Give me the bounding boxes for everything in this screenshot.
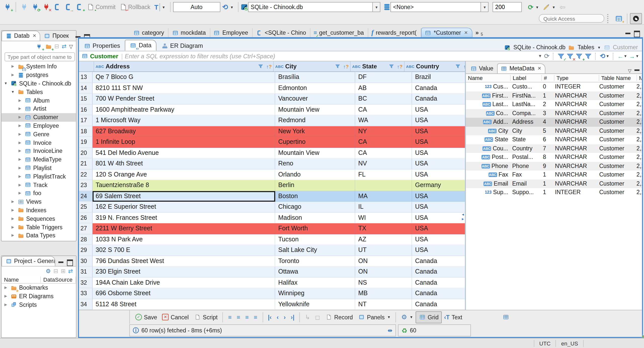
- record-mode-button[interactable]: Record: [323, 312, 355, 323]
- metadata-row[interactable]: ABCFaxFax1NVARCHARCustomer2,147,483: [466, 170, 642, 179]
- grid-cell[interactable]: USA: [412, 202, 465, 212]
- grid-cell[interactable]: FL: [355, 169, 412, 180]
- schema-combo[interactable]: <None>: [391, 2, 481, 12]
- grid-cell[interactable]: USA: [412, 169, 465, 180]
- grid-cell[interactable]: Edmonton: [275, 83, 355, 94]
- grid-cell[interactable]: WA: [355, 115, 412, 126]
- grid-cell[interactable]: Canada: [412, 83, 465, 94]
- reconnect-button[interactable]: ⟳: [30, 2, 41, 13]
- row-number-cell[interactable]: 32: [79, 277, 93, 288]
- meta-cell[interactable]: 2: [541, 100, 553, 109]
- meta-name-cell[interactable]: 123Cus...: [466, 82, 510, 91]
- chevron-down-icon[interactable]: ▼: [597, 46, 601, 49]
- breadcrumb-database[interactable]: SQLite - Chinook.db: [513, 44, 566, 50]
- row-number-cell[interactable]: 22: [79, 169, 93, 180]
- select-region-button[interactable]: ◻: [313, 312, 323, 323]
- filter-funnel-icon[interactable]: [388, 63, 395, 70]
- edit-cell-button[interactable]: ≡✎: [226, 312, 234, 323]
- metadata-row[interactable]: ABCCityCity5NVARCHARCustomer2,147,483: [466, 126, 642, 135]
- meta-cell[interactable]: Address: [510, 118, 541, 126]
- script-button[interactable]: Script: [191, 312, 220, 323]
- grid-cell[interactable]: Chicago: [275, 202, 355, 212]
- meta-cell[interactable]: City: [510, 126, 541, 135]
- database-combo-arrow[interactable]: ▼: [373, 2, 381, 12]
- remove-filter-button[interactable]: ✕: [567, 53, 574, 60]
- meta-name-cell[interactable]: ABCCou...: [466, 144, 510, 153]
- grid-cell[interactable]: Salt Lake City: [275, 245, 355, 256]
- sql-filter-input[interactable]: [124, 52, 537, 60]
- new-connection-button[interactable]: +: [2, 2, 13, 13]
- new-connection-icon[interactable]: +: [35, 43, 42, 50]
- meta-cell[interactable]: Customer: [597, 179, 634, 188]
- collapse-arrow-icon[interactable]: ▼: [11, 90, 15, 94]
- grid-cell[interactable]: DF: [355, 72, 412, 83]
- meta-name-cell[interactable]: ABCLast...: [466, 100, 510, 109]
- grid-cell[interactable]: UT: [355, 245, 412, 256]
- column-header-name[interactable]: Name: [2, 276, 41, 282]
- fit-width-icon[interactable]: ⇹: [388, 327, 392, 334]
- row-number-cell[interactable]: 13: [79, 72, 93, 83]
- table-row[interactable]: 191 Infinite LoopCupertinoCAUSA95: [79, 137, 465, 148]
- meta-cell[interactable]: 2,147,483: [634, 82, 642, 91]
- table-row[interactable]: 345112 48 StreetYellowknifeNTCanadaX1: [79, 299, 465, 310]
- grid-cell[interactable]: Canada: [412, 267, 465, 277]
- breadcrumb-table[interactable]: Customer: [613, 44, 638, 50]
- expand-arrow-icon[interactable]: ▶: [18, 183, 22, 187]
- expand-arrow-icon[interactable]: ▶: [18, 149, 22, 153]
- subtab-properties[interactable]: Properties: [79, 41, 125, 51]
- refresh-icon[interactable]: ⟳: [544, 52, 550, 60]
- meta-cell[interactable]: Customer: [597, 109, 634, 118]
- expand-arrow-icon[interactable]: ▶: [18, 107, 22, 111]
- grid-cell[interactable]: CA: [355, 148, 412, 158]
- meta-cell[interactable]: Customer: [597, 170, 634, 179]
- table-row[interactable]: 20541 Del Medio AvenueMountain ViewCAUSA…: [79, 148, 465, 158]
- grid-cell[interactable]: 796 Dundas Street West: [93, 256, 275, 267]
- grid-cell[interactable]: USA: [412, 158, 465, 169]
- panel-tab-value[interactable]: Value: [467, 64, 497, 73]
- meta-column-header-table-name[interactable]: Table Name: [599, 75, 637, 81]
- table-row[interactable]: 30796 Dundas Street WestTorontoONCanadaM…: [79, 256, 465, 267]
- grid-cell[interactable]: Tucson: [275, 234, 355, 245]
- grid-cell[interactable]: USA: [412, 104, 465, 115]
- table-row[interactable]: 15700 W Pender StreetVancouverBCCanadaV6: [79, 94, 465, 104]
- meta-cell[interactable]: Customer: [597, 188, 634, 197]
- meta-name-cell[interactable]: ABCAdd...: [466, 118, 510, 126]
- commit-button[interactable]: ▪ Commit: [85, 2, 117, 13]
- grid-cell[interactable]: Vancouver: [275, 94, 355, 104]
- tree-item-artist[interactable]: ▶Artist: [2, 105, 76, 113]
- expand-arrow-icon[interactable]: ▶: [18, 115, 22, 119]
- column-header-datasource[interactable]: DataSource: [41, 276, 76, 282]
- project-item-bookmarks[interactable]: ▶★Bookmarks: [2, 284, 76, 292]
- row-number-cell[interactable]: 28: [79, 234, 93, 245]
- row-number-cell[interactable]: 26: [79, 212, 93, 223]
- navigator-filter-input[interactable]: [5, 52, 75, 61]
- metadata-row[interactable]: 123Cus...Custo...0INTEGERCustomer2,147,4…: [466, 82, 642, 91]
- grid-cell[interactable]: Toronto: [275, 256, 355, 267]
- refresh-count-box[interactable]: ♻ 60: [398, 324, 471, 336]
- grid-cell[interactable]: Canada: [412, 299, 465, 310]
- expand-arrow-icon[interactable]: ▶: [11, 65, 15, 69]
- meta-cell[interactable]: 2,147,483: [634, 153, 642, 162]
- meta-cell[interactable]: Compa...: [510, 109, 541, 118]
- auto-commit-combo[interactable]: Auto: [173, 2, 220, 12]
- grid-cell[interactable]: WI: [355, 212, 412, 223]
- row-number-cell[interactable]: 15: [79, 94, 93, 104]
- grid-cell[interactable]: ON: [355, 256, 412, 267]
- meta-cell[interactable]: Fax: [510, 170, 541, 179]
- previous-row-button[interactable]: ‹: [274, 312, 281, 323]
- meta-cell[interactable]: NVARCHAR: [553, 179, 597, 188]
- collapse-arrow-icon[interactable]: ▼: [4, 82, 8, 85]
- grid-cell[interactable]: BC: [355, 94, 412, 104]
- schema-combo-arrow[interactable]: ▼: [481, 2, 489, 12]
- close-icon[interactable]: ✕: [32, 33, 36, 38]
- meta-cell[interactable]: 2,147,483: [634, 91, 642, 100]
- grid-cell[interactable]: 1 Microsoft Way: [93, 115, 275, 126]
- meta-cell[interactable]: 1: [541, 188, 553, 197]
- meta-cell[interactable]: Customer: [597, 100, 634, 109]
- grid-cell[interactable]: Canada: [412, 94, 465, 104]
- grid-mode-button[interactable]: Grid: [416, 311, 441, 323]
- disconnect-button[interactable]: ✕: [41, 2, 52, 13]
- filter-funnel-icon[interactable]: [454, 63, 461, 70]
- grid-cell[interactable]: Canada: [412, 288, 465, 299]
- new-folder-icon[interactable]: +: [45, 43, 52, 50]
